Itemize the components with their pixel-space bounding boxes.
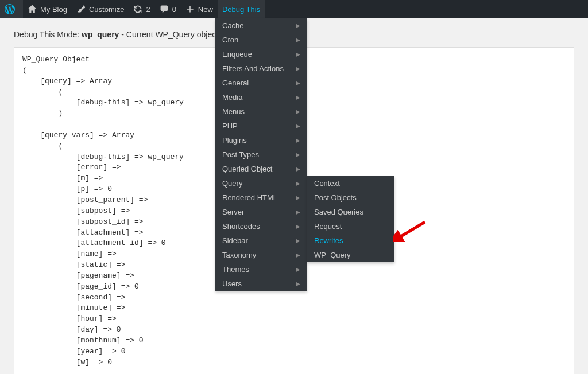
chevron-right-icon: ▶ xyxy=(296,209,300,215)
menu-item-query[interactable]: Query▶ xyxy=(215,176,307,190)
new-label: New xyxy=(198,5,213,14)
customize-label: Customize xyxy=(89,5,124,14)
menu-item-enqueue[interactable]: Enqueue▶ xyxy=(215,47,307,61)
menu-item-taxonomy[interactable]: Taxonomy▶ xyxy=(215,248,307,262)
mode-prefix: Debug This Mode: xyxy=(14,30,82,39)
chevron-right-icon: ▶ xyxy=(296,108,300,115)
customize-link[interactable]: Customize xyxy=(72,0,129,18)
query-submenu: Context Post Objects Saved Queries Reque… xyxy=(307,176,394,262)
updates-count: 2 xyxy=(146,5,150,14)
plus-icon xyxy=(185,5,195,14)
submenu-saved-queries[interactable]: Saved Queries xyxy=(307,205,394,219)
wordpress-icon xyxy=(5,4,15,14)
comment-icon xyxy=(160,5,169,14)
chevron-right-icon: ▶ xyxy=(296,166,300,172)
chevron-right-icon: ▶ xyxy=(296,65,300,72)
mode-name: wp_query xyxy=(82,30,119,39)
chevron-right-icon: ▶ xyxy=(296,237,300,244)
submenu-request[interactable]: Request xyxy=(307,219,394,233)
submenu-post-objects[interactable]: Post Objects xyxy=(307,190,394,205)
menu-item-cache[interactable]: Cache▶ xyxy=(215,18,307,33)
debug-this-dropdown: Cache▶ Cron▶ Enqueue▶ Filters And Action… xyxy=(215,18,307,291)
chevron-right-icon: ▶ xyxy=(296,80,300,86)
submenu-rewrites[interactable]: Rewrites xyxy=(307,233,394,248)
site-name-label: My Blog xyxy=(40,5,67,14)
menu-item-sidebar[interactable]: Sidebar▶ xyxy=(215,233,307,248)
site-name[interactable]: My Blog xyxy=(23,0,72,18)
updates-link[interactable]: 2 xyxy=(129,0,154,18)
admin-bar: My Blog Customize 2 0 New Debug This xyxy=(0,0,588,18)
mode-suffix: - Current WP_Query object - g xyxy=(119,30,230,39)
chevron-right-icon: ▶ xyxy=(296,137,300,143)
chevron-right-icon: ▶ xyxy=(296,223,300,229)
chevron-right-icon: ▶ xyxy=(296,94,300,100)
update-icon xyxy=(133,5,142,14)
chevron-right-icon: ▶ xyxy=(296,252,300,258)
menu-item-php[interactable]: PHP▶ xyxy=(215,119,307,133)
comments-count: 0 xyxy=(172,5,176,14)
submenu-context[interactable]: Context xyxy=(307,176,394,190)
comments-link[interactable]: 0 xyxy=(155,0,181,18)
menu-item-themes[interactable]: Themes▶ xyxy=(215,262,307,276)
brush-icon xyxy=(76,5,86,14)
menu-item-users[interactable]: Users▶ xyxy=(215,276,307,291)
menu-item-menus[interactable]: Menus▶ xyxy=(215,104,307,119)
submenu-wp-query[interactable]: WP_Query xyxy=(307,248,394,262)
chevron-right-icon: ▶ xyxy=(296,280,300,287)
chevron-right-icon: ▶ xyxy=(296,22,300,29)
debug-this-menu[interactable]: Debug This xyxy=(218,0,265,18)
chevron-right-icon: ▶ xyxy=(296,123,300,129)
menu-item-server[interactable]: Server▶ xyxy=(215,205,307,219)
wp-logo[interactable] xyxy=(0,0,23,18)
chevron-right-icon: ▶ xyxy=(296,180,300,186)
chevron-right-icon: ▶ xyxy=(296,51,300,57)
menu-item-general[interactable]: General▶ xyxy=(215,76,307,90)
menu-item-plugins[interactable]: Plugins▶ xyxy=(215,133,307,147)
home-icon xyxy=(28,5,37,14)
debug-this-label: Debug This xyxy=(222,5,260,14)
chevron-right-icon: ▶ xyxy=(296,151,300,158)
menu-item-cron[interactable]: Cron▶ xyxy=(215,33,307,47)
chevron-right-icon: ▶ xyxy=(296,37,300,43)
new-content[interactable]: New xyxy=(181,0,218,18)
menu-item-rendered-html[interactable]: Rendered HTML▶ xyxy=(215,190,307,205)
menu-item-shortcodes[interactable]: Shortcodes▶ xyxy=(215,219,307,233)
menu-item-post-types[interactable]: Post Types▶ xyxy=(215,147,307,162)
chevron-right-icon: ▶ xyxy=(296,266,300,272)
menu-item-queried-object[interactable]: Queried Object▶ xyxy=(215,162,307,176)
menu-item-filters-actions[interactable]: Filters And Actions▶ xyxy=(215,61,307,76)
menu-item-media[interactable]: Media▶ xyxy=(215,90,307,104)
chevron-right-icon: ▶ xyxy=(296,194,300,201)
